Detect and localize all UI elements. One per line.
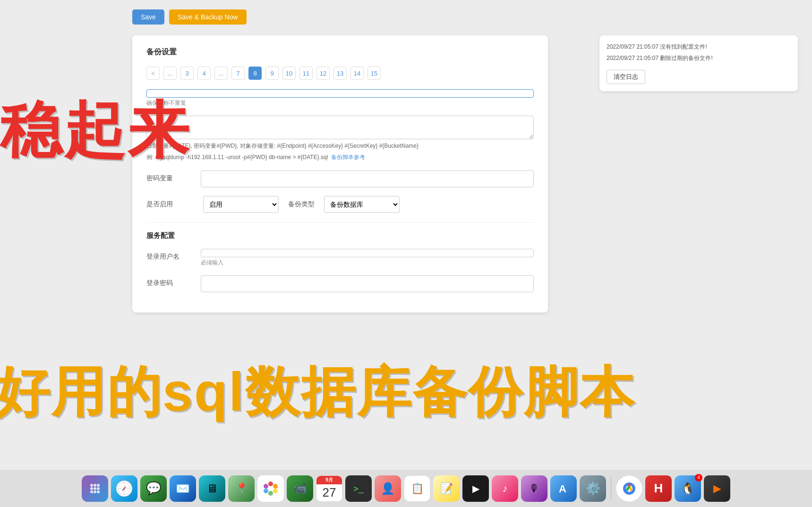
page-13[interactable]: 13: [333, 67, 347, 80]
dock-item-podcasts[interactable]: 🎙: [521, 475, 547, 502]
login-user-required: 必须输入: [201, 259, 534, 267]
svg-point-2: [94, 484, 96, 487]
dock-item-mail[interactable]: ✉️: [170, 475, 196, 502]
calendar-day-label: 27: [323, 484, 336, 501]
log-entry-1: 2022/09/27 21:05:07 没有找到配置文件!: [607, 42, 791, 51]
log-entry-2: 2022/09/27 21:05:07 删除过期的备份文件!: [607, 54, 791, 63]
page-8[interactable]: 8: [248, 67, 262, 80]
enable-select[interactable]: 启用 禁用: [203, 196, 279, 213]
dock-divider: [611, 477, 611, 500]
log-panel: 2022/09/27 21:05:07 没有找到配置文件! 2022/09/27…: [599, 35, 798, 91]
dock-item-notes[interactable]: 📝: [433, 475, 460, 502]
dock-item-iina[interactable]: ▶: [704, 475, 730, 502]
svg-point-17: [268, 482, 273, 486]
login-user-input[interactable]: [201, 249, 534, 257]
dock-item-remote-desktop[interactable]: 🖥: [199, 475, 225, 502]
dock-item-h-app[interactable]: H: [645, 475, 672, 502]
page-3[interactable]: 3: [180, 67, 194, 80]
login-pwd-label: 登录密码: [146, 275, 194, 287]
overlay-text-2: 好用的sql数据库备份脚本: [0, 356, 635, 429]
form-title: 备份设置: [146, 47, 534, 57]
svg-text:A: A: [559, 483, 566, 495]
page-7[interactable]: 7: [231, 67, 245, 80]
svg-point-19: [273, 489, 278, 493]
save-button[interactable]: Save: [132, 9, 164, 25]
enable-label: 是否启用: [146, 200, 194, 209]
svg-point-9: [97, 490, 100, 493]
login-user-label: 登录用户名: [146, 249, 194, 261]
dock-item-calendar[interactable]: 9月 27: [316, 475, 342, 502]
script-field-wrap: 日期变量#{DATE}, 密码变量#{PWD}, 对象存储变量: #{Endpo…: [146, 116, 534, 162]
svg-point-21: [264, 489, 268, 493]
dock-item-sysprefs[interactable]: ⚙️: [580, 475, 606, 502]
login-pwd-row: 登录密码: [146, 275, 534, 292]
pagination: < ... 3 4 ... 7 8 9 10 11 12 13 14 15: [146, 67, 534, 80]
login-pwd-input[interactable]: [201, 275, 534, 292]
login-user-row: 登录用户名 必须输入: [146, 249, 534, 267]
form-card: 备份设置 < ... 3 4 ... 7 8 9 10 11 12 13 14 …: [132, 35, 548, 313]
dock-item-messages[interactable]: 💬: [140, 475, 167, 502]
svg-point-6: [97, 487, 100, 490]
save-backup-button[interactable]: Save & Backup Now: [169, 9, 247, 25]
name-field-wrap: 确保名称不重复: [146, 89, 534, 107]
overlay-text-1: 稳起来: [0, 90, 191, 173]
page-dots-2[interactable]: ...: [214, 67, 228, 80]
dock-item-facetime[interactable]: 📹: [287, 475, 313, 502]
svg-point-7: [90, 490, 93, 493]
dock-item-contacts[interactable]: 👤: [375, 475, 401, 502]
page-dots-1[interactable]: ...: [163, 67, 177, 80]
backup-type-label: 备份类型: [288, 200, 315, 209]
dock-item-music[interactable]: ♪: [492, 475, 518, 502]
script-textarea[interactable]: [146, 116, 534, 139]
svg-point-8: [94, 490, 96, 493]
page-11[interactable]: 11: [299, 67, 313, 80]
dock-item-terminal[interactable]: >_: [345, 475, 372, 502]
page-15[interactable]: 15: [368, 67, 381, 80]
dock-item-chrome[interactable]: [616, 475, 642, 502]
calendar-month-label: 9月: [316, 476, 342, 484]
page-10[interactable]: 10: [282, 67, 296, 80]
main-area: Save Save & Backup Now 备份设置 < ... 3 4 ..…: [0, 0, 812, 479]
svg-point-3: [97, 484, 100, 487]
name-row: 确保名称不重复: [146, 89, 534, 107]
script-link[interactable]: 备份脚本参考: [331, 154, 365, 161]
script-hint-1: 日期变量#{DATE}, 密码变量#{PWD}, 对象存储变量: #{Endpo…: [146, 142, 534, 151]
section-service-title: 服务配置: [146, 222, 534, 240]
dock-item-photos[interactable]: [257, 475, 284, 502]
dock-item-safari[interactable]: [111, 475, 137, 502]
svg-point-1: [90, 484, 93, 487]
dock-item-maps[interactable]: 📍: [228, 475, 255, 502]
script-row: 日期变量#{DATE}, 密码变量#{PWD}, 对象存储变量: #{Endpo…: [146, 116, 534, 162]
svg-point-22: [264, 484, 268, 489]
dock-item-appletv[interactable]: ▶: [462, 475, 489, 502]
dock-item-qq[interactable]: 🐧 4: [675, 475, 701, 502]
login-user-field-wrap: 必须输入: [201, 249, 534, 267]
password-input[interactable]: [201, 170, 534, 187]
svg-point-18: [273, 484, 278, 489]
clear-log-button[interactable]: 清空日志: [607, 70, 645, 84]
page-14[interactable]: 14: [350, 67, 364, 80]
svg-point-5: [94, 487, 96, 490]
page-prev[interactable]: <: [146, 67, 160, 80]
enable-row: 是否启用 启用 禁用 备份类型 备份数据库 备份文件: [146, 196, 534, 213]
qq-badge: 4: [695, 474, 702, 482]
page-4[interactable]: 4: [197, 67, 211, 80]
page-12[interactable]: 12: [316, 67, 330, 80]
toolbar: Save Save & Backup Now: [132, 9, 247, 25]
page-9[interactable]: 9: [265, 67, 279, 80]
dock-item-launchpad[interactable]: [82, 475, 108, 502]
password-row: 密码变量: [146, 170, 534, 187]
dock: 💬 ✉️ 🖥 📍 📹 9月 27: [0, 469, 812, 507]
svg-point-4: [90, 487, 93, 490]
dock-item-appstore[interactable]: A: [550, 475, 577, 502]
svg-point-20: [268, 491, 273, 496]
name-input[interactable]: [146, 89, 534, 98]
dock-item-reminders[interactable]: 📋: [404, 475, 430, 502]
script-hint-2: 例: mysqldump -h192.168.1.11 -uroot -p#{P…: [146, 153, 534, 162]
backup-type-select[interactable]: 备份数据库 备份文件: [324, 196, 400, 213]
name-hint: 确保名称不重复: [146, 99, 534, 107]
